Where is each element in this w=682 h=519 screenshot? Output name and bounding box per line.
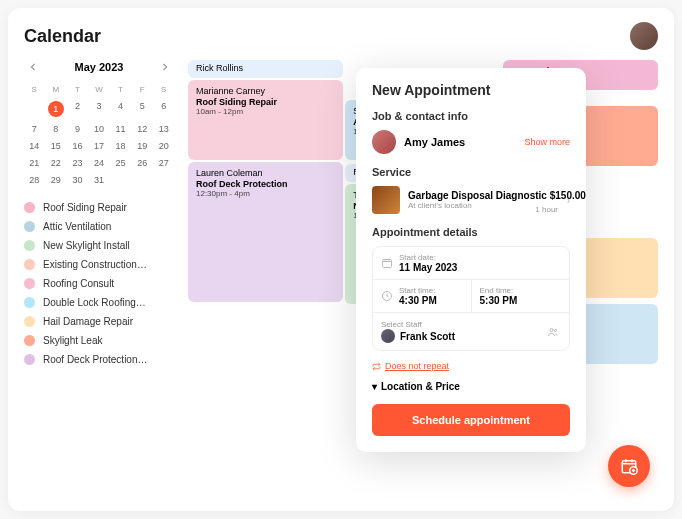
legend-item[interactable]: New Skylight Install [24, 240, 174, 251]
service-duration: 1 hour [535, 205, 558, 214]
legend-item[interactable]: Roof Deck Protection… [24, 354, 174, 365]
page-title: Calendar [24, 26, 101, 47]
mini-cal-day[interactable]: 31 [89, 172, 110, 188]
start-time-field[interactable]: Start time: 4:30 PM [373, 280, 472, 312]
contact-avatar [372, 130, 396, 154]
legend-dot [24, 316, 35, 327]
legend: Roof Siding RepairAttic VentilationNew S… [24, 202, 174, 365]
service-image [372, 186, 400, 214]
legend-dot [24, 202, 35, 213]
service-row[interactable]: Garbage Disposal Diagnostic $150.00 At c… [372, 186, 570, 214]
mini-cal-day [24, 98, 45, 120]
staff-band[interactable]: Rick Rollins [188, 60, 343, 78]
legend-dot [24, 221, 35, 232]
staff-avatar [381, 329, 395, 343]
legend-item[interactable]: Hail Damage Repair [24, 316, 174, 327]
mini-cal-day[interactable]: 8 [46, 121, 67, 137]
mini-cal-day[interactable]: 15 [46, 138, 67, 154]
mini-cal-day[interactable]: 24 [89, 155, 110, 171]
add-appointment-fab[interactable] [608, 445, 650, 487]
chevron-right-icon: › [567, 195, 570, 206]
user-avatar[interactable] [630, 22, 658, 50]
calendar-event[interactable]: Marianne CarneyRoof Siding Repair10am - … [188, 80, 343, 160]
end-time-field[interactable]: End time: 5:30 PM [472, 280, 570, 312]
mini-cal-day[interactable]: 30 [67, 172, 88, 188]
service-title: Garbage Disposal Diagnostic $150.00 [408, 190, 559, 201]
mini-cal-day[interactable]: 9 [67, 121, 88, 137]
mini-cal-day[interactable]: 18 [110, 138, 131, 154]
legend-item[interactable]: Attic Ventilation [24, 221, 174, 232]
mini-cal-day[interactable]: 20 [153, 138, 174, 154]
mini-cal-day[interactable]: 12 [132, 121, 153, 137]
legend-dot [24, 240, 35, 251]
mini-cal-day[interactable]: 14 [24, 138, 45, 154]
mini-cal-day[interactable]: 7 [24, 121, 45, 137]
section-contact-label: Job & contact info [372, 110, 570, 122]
mini-cal-day[interactable]: 2 [67, 98, 88, 120]
mini-cal-day[interactable]: 10 [89, 121, 110, 137]
mini-calendar[interactable]: SMTWTFS123456789101112131415161718192021… [24, 82, 174, 188]
mini-cal-day[interactable]: 1 [46, 98, 67, 120]
location-price-toggle[interactable]: ▾ Location & Price [372, 381, 570, 392]
svg-point-4 [550, 328, 553, 331]
next-month-icon[interactable] [158, 60, 172, 74]
calendar-icon [381, 257, 393, 269]
mini-cal-day[interactable]: 28 [24, 172, 45, 188]
legend-item[interactable]: Skylight Leak [24, 335, 174, 346]
mini-cal-day[interactable]: 29 [46, 172, 67, 188]
new-appointment-modal: New Appointment Job & contact info Amy J… [356, 68, 586, 452]
legend-item[interactable]: Roofing Consult [24, 278, 174, 289]
legend-dot [24, 335, 35, 346]
mini-cal-day[interactable]: 27 [153, 155, 174, 171]
mini-cal-day[interactable]: 11 [110, 121, 131, 137]
mini-cal-day [132, 172, 153, 188]
month-label: May 2023 [75, 61, 124, 73]
mini-cal-day[interactable]: 25 [110, 155, 131, 171]
mini-cal-day[interactable]: 4 [110, 98, 131, 120]
mini-cal-day[interactable]: 26 [132, 155, 153, 171]
legend-dot [24, 259, 35, 270]
sidebar: May 2023 SMTWTFS123456789101112131415161… [24, 60, 174, 500]
repeat-icon [372, 362, 381, 371]
legend-item[interactable]: Existing Construction… [24, 259, 174, 270]
svg-rect-2 [383, 260, 392, 268]
mini-cal-day [153, 172, 174, 188]
legend-item[interactable]: Roof Siding Repair [24, 202, 174, 213]
section-service-label: Service [372, 166, 570, 178]
mini-cal-day[interactable]: 17 [89, 138, 110, 154]
prev-month-icon[interactable] [26, 60, 40, 74]
mini-cal-day[interactable]: 16 [67, 138, 88, 154]
mini-cal-day[interactable]: 3 [89, 98, 110, 120]
mini-cal-day [110, 172, 131, 188]
svg-point-5 [555, 329, 557, 331]
modal-title: New Appointment [372, 82, 570, 98]
start-date-field[interactable]: Start date: 11 May 2023 [373, 247, 569, 279]
contact-name: Amy James [404, 136, 516, 148]
section-details-label: Appointment details [372, 226, 570, 238]
legend-dot [24, 354, 35, 365]
legend-dot [24, 278, 35, 289]
people-icon [545, 326, 561, 338]
mini-cal-day[interactable]: 5 [132, 98, 153, 120]
legend-dot [24, 297, 35, 308]
show-more-link[interactable]: Show more [524, 137, 570, 147]
repeat-link[interactable]: Does not repeat [372, 361, 570, 371]
clock-icon [381, 290, 393, 302]
mini-cal-day[interactable]: 23 [67, 155, 88, 171]
mini-cal-day[interactable]: 21 [24, 155, 45, 171]
calendar-event[interactable]: Lauren ColemanRoof Deck Protection12:30p… [188, 162, 343, 302]
legend-item[interactable]: Double Lock Roofing… [24, 297, 174, 308]
caret-down-icon: ▾ [372, 381, 377, 392]
schedule-button[interactable]: Schedule appointment [372, 404, 570, 436]
mini-cal-day[interactable]: 22 [46, 155, 67, 171]
staff-select[interactable]: Select Staff Frank Scott [373, 313, 569, 350]
mini-cal-day[interactable]: 6 [153, 98, 174, 120]
mini-cal-day[interactable]: 13 [153, 121, 174, 137]
mini-cal-day[interactable]: 19 [132, 138, 153, 154]
